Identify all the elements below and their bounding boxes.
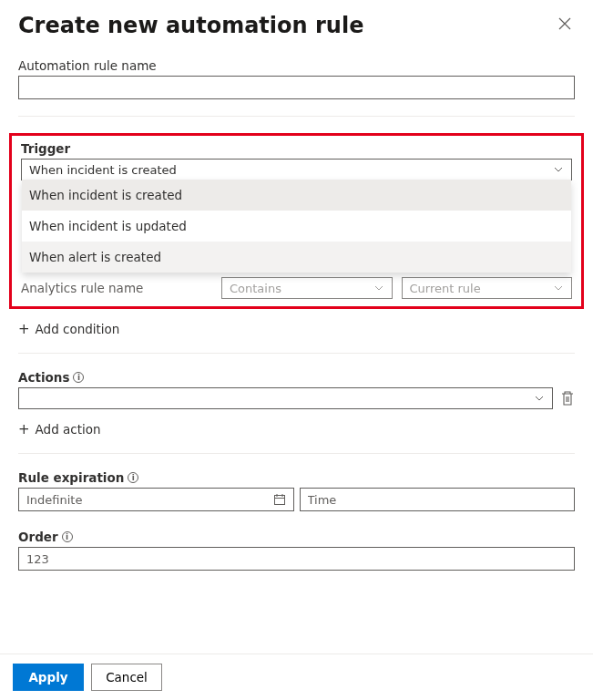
- trigger-selected: When incident is created: [29, 163, 553, 177]
- info-icon[interactable]: i: [128, 472, 138, 483]
- chevron-down-icon: [534, 393, 545, 404]
- divider: [18, 353, 575, 354]
- footer: Apply Cancel: [0, 654, 593, 700]
- condition-operator-value: Contains: [230, 282, 373, 295]
- calendar-icon: [273, 493, 286, 506]
- expiration-label: Rule expiration i: [18, 470, 575, 485]
- expiration-date-value: Indefinite: [26, 493, 273, 507]
- trigger-dropdown-list: When incident is created When incident i…: [22, 180, 571, 273]
- rule-name-label: Automation rule name: [18, 58, 575, 73]
- action-dropdown[interactable]: [18, 387, 553, 409]
- expiration-time-input[interactable]: [300, 488, 576, 511]
- actions-section: Actions i + Add action: [18, 370, 575, 437]
- trigger-highlight: Trigger When incident is created When in…: [9, 133, 584, 309]
- page-title: Create new automation rule: [18, 13, 363, 38]
- condition-value-dropdown[interactable]: Current rule: [402, 277, 573, 299]
- divider: [18, 116, 575, 117]
- add-action-button[interactable]: + Add action: [18, 422, 101, 437]
- rule-name-input[interactable]: [18, 76, 575, 99]
- delete-icon[interactable]: [560, 390, 575, 407]
- plus-icon: +: [18, 323, 30, 336]
- svg-rect-0: [274, 496, 284, 505]
- trigger-option[interactable]: When incident is created: [22, 180, 571, 211]
- order-label: Order i: [18, 530, 575, 544]
- chevron-down-icon: [553, 283, 564, 293]
- order-section: Order i: [18, 530, 575, 571]
- actions-label: Actions i: [18, 370, 575, 385]
- add-condition-button[interactable]: + Add condition: [18, 322, 119, 336]
- divider: [18, 453, 575, 454]
- apply-button[interactable]: Apply: [13, 664, 84, 691]
- trigger-dropdown[interactable]: When incident is created When incident i…: [21, 159, 572, 180]
- order-input[interactable]: [18, 547, 575, 571]
- chevron-down-icon: [373, 283, 384, 293]
- add-condition-label: Add condition: [36, 322, 120, 336]
- close-icon[interactable]: [555, 16, 575, 33]
- plus-icon: +: [18, 423, 30, 437]
- condition-field-label: Analytics rule name: [21, 281, 212, 295]
- cancel-button[interactable]: Cancel: [91, 664, 162, 691]
- condition-value: Current rule: [410, 282, 554, 295]
- info-icon[interactable]: i: [73, 372, 84, 383]
- add-action-label: Add action: [36, 422, 101, 437]
- condition-operator-dropdown[interactable]: Contains: [221, 277, 393, 299]
- condition-row: Analytics rule name Contains Current rul…: [21, 277, 572, 299]
- expiration-date-input[interactable]: Indefinite: [18, 488, 294, 511]
- panel-header: Create new automation rule: [18, 13, 575, 38]
- chevron-down-icon: [553, 164, 564, 175]
- automation-rule-panel: Create new automation rule Automation ru…: [0, 0, 593, 571]
- trigger-option[interactable]: When alert is created: [22, 242, 571, 273]
- expiration-section: Rule expiration i Indefinite: [18, 470, 575, 511]
- trigger-label: Trigger: [21, 141, 572, 156]
- info-icon[interactable]: i: [62, 531, 73, 542]
- trigger-option[interactable]: When incident is updated: [22, 211, 571, 242]
